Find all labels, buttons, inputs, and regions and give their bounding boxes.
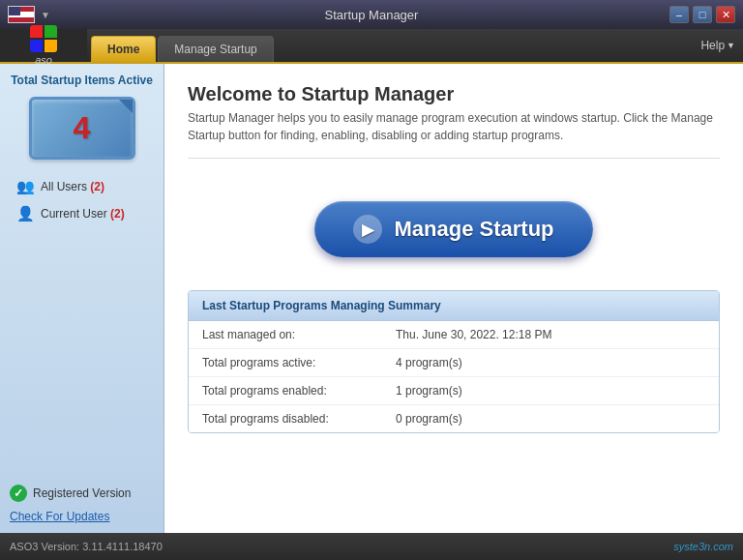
summary-table: Last managed on: Thu. June 30, 2022. 12:…	[189, 321, 719, 432]
title-bar: ▼ Startup Manager – □ ✕	[0, 0, 743, 29]
current-user-text: Current User	[41, 207, 107, 221]
sidebar: Total Startup Items Active 4 All Users (…	[0, 64, 164, 533]
summary-label-2: Total programs enabled:	[189, 377, 382, 405]
manage-startup-label: Manage Startup	[394, 217, 553, 242]
table-row: Total programs enabled: 1 program(s)	[189, 377, 719, 405]
current-user-icon	[15, 204, 35, 223]
summary-box: Last Startup Programs Managing Summary L…	[188, 290, 720, 433]
all-users-count: (2)	[90, 180, 104, 193]
minimize-button[interactable]: –	[669, 6, 689, 23]
help-menu[interactable]: Help ▼	[700, 29, 743, 62]
registered-check-icon: ✓	[10, 485, 27, 502]
all-users-glyph	[16, 178, 35, 195]
welcome-section: Welcome to Startup Manager Startup Manag…	[188, 83, 720, 159]
startup-counter: 4	[29, 97, 135, 160]
nav-bar: aso Home Manage Startup Help ▼	[0, 29, 743, 64]
summary-label-1: Total programs active:	[189, 349, 382, 377]
manage-btn-container: ▶ Manage Startup	[188, 172, 720, 277]
all-users-text: All Users	[41, 180, 87, 193]
title-bar-dropdown-arrow[interactable]: ▼	[41, 10, 50, 20]
summary-value-3: 0 program(s)	[382, 405, 719, 433]
maximize-button[interactable]: □	[693, 6, 712, 23]
table-row: Total programs active: 4 program(s)	[189, 349, 719, 377]
winxp-logo: aso	[13, 21, 75, 70]
registered-badge: ✓ Registered Version	[10, 485, 154, 502]
summary-header: Last Startup Programs Managing Summary	[189, 291, 719, 321]
current-user-glyph	[16, 205, 35, 222]
version-label: ASO3 Version: 3.11.4111.18470	[10, 541, 163, 552]
nav-tabs: Home Manage Startup	[87, 29, 274, 62]
tab-manage-startup[interactable]: Manage Startup	[158, 36, 273, 62]
content-area: Welcome to Startup Manager Startup Manag…	[164, 64, 743, 533]
counter-fold-decoration	[119, 100, 133, 113]
close-button[interactable]: ✕	[716, 6, 735, 23]
windows-flag-icon	[30, 25, 57, 52]
summary-value-2: 1 program(s)	[382, 377, 719, 405]
tab-home[interactable]: Home	[91, 36, 156, 62]
summary-label-3: Total programs disabled:	[189, 405, 382, 433]
summary-value-1: 4 program(s)	[382, 349, 719, 377]
registered-label: Registered Version	[33, 486, 131, 500]
summary-label-0: Last managed on:	[189, 321, 382, 349]
table-row: Last managed on: Thu. June 30, 2022. 12:…	[189, 321, 719, 349]
manage-startup-button[interactable]: ▶ Manage Startup	[314, 201, 592, 257]
window-title: Startup Manager	[325, 8, 419, 22]
flag-icon	[8, 6, 35, 23]
play-icon: ▶	[353, 215, 382, 244]
welcome-title: Welcome to Startup Manager	[188, 83, 720, 105]
table-row: Total programs disabled: 0 program(s)	[189, 405, 719, 433]
startup-count: 4	[74, 110, 91, 146]
summary-value-0: Thu. June 30, 2022. 12:18 PM	[382, 321, 719, 349]
help-arrow: ▼	[727, 41, 735, 50]
app-logo: aso	[0, 29, 87, 62]
sidebar-item-current-user[interactable]: Current User (2)	[10, 200, 154, 227]
main-layout: Total Startup Items Active 4 All Users (…	[0, 64, 743, 533]
sidebar-bottom: ✓ Registered Version Check For Updates	[10, 485, 154, 523]
welcome-description: Startup Manager helps you to easily mana…	[188, 109, 720, 159]
help-label: Help	[700, 39, 725, 52]
current-user-label: Current User (2)	[41, 207, 125, 221]
sidebar-title: Total Startup Items Active	[11, 74, 153, 87]
check-updates-link[interactable]: Check For Updates	[10, 510, 154, 523]
status-bar: ASO3 Version: 3.11.4111.18470 syste3n.co…	[0, 533, 743, 560]
all-users-label: All Users (2)	[41, 180, 104, 193]
brand-label: syste3n.com	[673, 541, 733, 552]
all-users-icon	[15, 177, 35, 196]
window-controls: – □ ✕	[669, 6, 735, 23]
current-user-count: (2)	[110, 207, 125, 221]
sidebar-item-all-users[interactable]: All Users (2)	[10, 173, 154, 200]
